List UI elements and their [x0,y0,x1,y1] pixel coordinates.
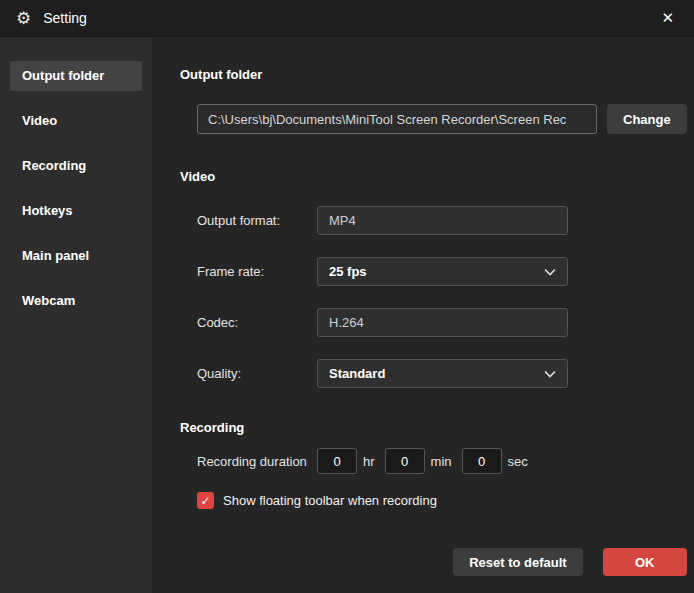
recording-duration-label: Recording duration [197,454,317,469]
footer-buttons: Reset to default OK [180,548,687,576]
codec-label: Codec: [197,315,317,330]
output-format-label: Output format: [197,213,317,228]
ok-button[interactable]: OK [603,548,687,576]
output-folder-row: Change [197,104,687,134]
frame-rate-label: Frame rate: [197,264,317,279]
floating-toolbar-checkbox-row[interactable]: ✓ Show floating toolbar when recording [197,492,687,509]
seconds-input[interactable] [462,448,502,474]
quality-value: Standard [329,366,385,381]
hours-input[interactable] [317,448,357,474]
window-title: Setting [43,10,87,26]
change-folder-button[interactable]: Change [607,104,687,134]
floating-toolbar-checkbox-label: Show floating toolbar when recording [223,493,437,508]
chevron-down-icon [544,268,556,276]
minutes-unit-label: min [431,454,452,469]
output-folder-heading: Output folder [180,67,687,82]
gear-icon: ⚙ [16,10,31,27]
reset-to-default-button[interactable]: Reset to default [453,548,583,576]
quality-row: Quality: Standard [197,359,687,388]
codec-row: Codec: H.264 [197,308,687,337]
checkbox-checked-icon[interactable]: ✓ [197,492,214,509]
hours-unit-label: hr [363,454,375,469]
seconds-unit-label: sec [508,454,528,469]
video-heading: Video [180,169,687,184]
output-folder-path-input[interactable] [197,104,597,134]
frame-rate-row: Frame rate: 25 fps [197,257,687,286]
sidebar-item-recording[interactable]: Recording [10,151,142,181]
quality-label: Quality: [197,366,317,381]
sidebar-item-webcam[interactable]: Webcam [10,286,142,316]
chevron-down-icon [544,370,556,378]
sidebar-item-main-panel[interactable]: Main panel [10,241,142,271]
quality-select[interactable]: Standard [317,359,568,388]
output-format-field[interactable]: MP4 [317,206,568,235]
frame-rate-value: 25 fps [329,264,367,279]
sidebar-item-output-folder[interactable]: Output folder [10,61,142,91]
codec-field[interactable]: H.264 [317,308,568,337]
main-area: Output folder Video Recording Hotkeys Ma… [0,37,694,593]
output-format-row: Output format: MP4 [197,206,687,235]
close-icon[interactable]: ✕ [657,7,678,29]
recording-heading: Recording [180,420,687,435]
settings-panel: Output folder Change Video Output format… [152,37,694,593]
minutes-input[interactable] [385,448,425,474]
recording-duration-row: Recording duration hr min sec [197,448,687,474]
titlebar: ⚙ Setting ✕ [0,0,694,37]
frame-rate-select[interactable]: 25 fps [317,257,568,286]
sidebar-item-hotkeys[interactable]: Hotkeys [10,196,142,226]
sidebar-item-video[interactable]: Video [10,106,142,136]
sidebar: Output folder Video Recording Hotkeys Ma… [0,37,152,593]
